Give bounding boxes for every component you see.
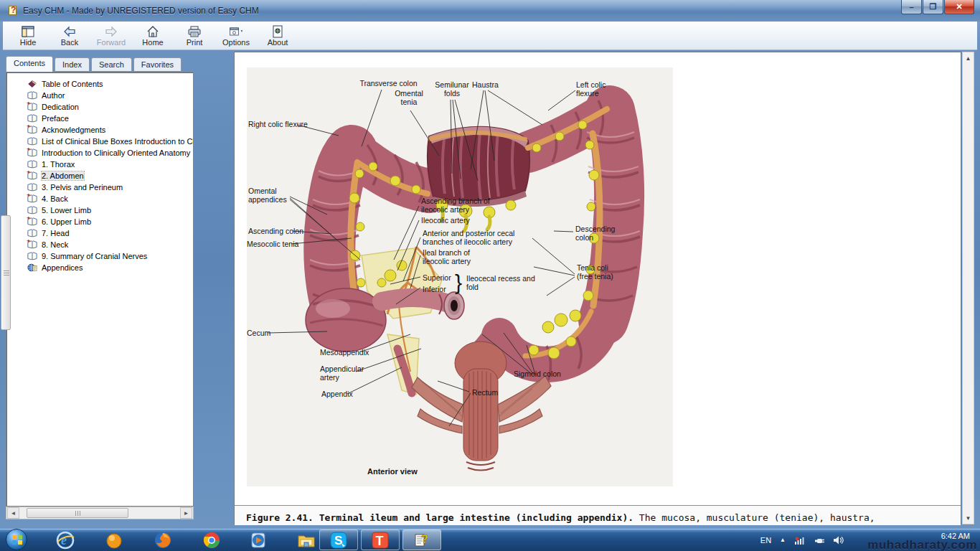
figure-label-appendix: Appendix	[321, 390, 353, 398]
tango-icon: T	[372, 532, 389, 549]
topic-content-pane: Transverse colon Omental tenia Semilunar…	[234, 52, 961, 524]
open-book-icon	[27, 205, 38, 215]
options-button[interactable]: Options	[218, 23, 254, 49]
figure-label-semilunar-folds: Semilunar folds	[432, 80, 472, 98]
chrome-icon[interactable]	[202, 531, 221, 550]
figure-label-rectum: Rectum	[472, 388, 498, 397]
tree-item-neck[interactable]: 8. Neck	[6, 239, 193, 250]
contents-tree-panel: Table of Contents Author Dedication Pref…	[6, 72, 194, 507]
scrollbar-thumb[interactable]	[1, 215, 11, 330]
firefox-icon[interactable]	[154, 531, 172, 550]
print-label: Print	[187, 38, 203, 47]
internet-explorer-icon[interactable]: e	[56, 531, 75, 550]
globe-doc-icon	[27, 263, 38, 273]
tab-search[interactable]: Search	[91, 57, 132, 71]
tree-item-back[interactable]: 4. Back	[6, 193, 193, 204]
svg-text:S: S	[334, 534, 342, 547]
forward-label: Forward	[97, 38, 126, 47]
tree-item-thorax[interactable]: 1. Thorax	[6, 159, 193, 170]
figure-label-superior: Superior	[423, 273, 451, 282]
start-button[interactable]	[6, 529, 27, 550]
figure-label-descending-colon: Descending colon	[575, 225, 626, 242]
tree-horizontal-scrollbar[interactable]: ◄ ►	[6, 507, 194, 519]
tree-item-label: Introduction to Clinically Oriented Anat…	[42, 149, 190, 157]
hide-button[interactable]: Hide	[10, 23, 46, 49]
svg-text:T: T	[376, 534, 384, 548]
figure-label-ileocolic-artery: Ileocolic artery	[421, 216, 470, 225]
figure-label-anterior-view: Anterior view	[367, 467, 418, 476]
watermark-text: muhadharaty.com	[867, 538, 977, 551]
tab-favorites[interactable]: Favorites	[133, 57, 182, 71]
tree-item-introduction[interactable]: Introduction to Clinically Oriented Anat…	[6, 147, 193, 159]
scroll-up-arrow[interactable]: ▲	[963, 52, 974, 64]
tab-index[interactable]: Index	[55, 57, 90, 71]
tree-item-label: 1. Thorax	[42, 160, 75, 169]
back-arrow-icon	[62, 25, 77, 38]
home-label: Home	[142, 38, 163, 47]
open-book-icon	[27, 159, 38, 169]
figure-label-inferior: Inferior	[423, 285, 446, 293]
skype-taskbar-button[interactable]: S	[319, 529, 358, 550]
forward-button[interactable]: Forward	[93, 23, 129, 49]
tree-item-label: Author	[42, 91, 65, 100]
chm-viewer-taskbar-button[interactable]: ?	[402, 529, 441, 550]
open-book-star-icon	[27, 148, 38, 158]
window-title: Easy CHM - Made by UNREGISTERED version …	[23, 6, 259, 16]
tree-item-lower-limb[interactable]: 5. Lower Limb	[6, 204, 193, 216]
language-indicator[interactable]: EN	[760, 536, 771, 545]
tree-item-label: Dedication	[42, 103, 79, 111]
open-book-star-icon	[27, 102, 38, 112]
orange-player-icon[interactable]	[105, 531, 123, 550]
open-book-star-icon	[27, 240, 38, 250]
content-vertical-scrollbar[interactable]: ▲ ▼	[962, 52, 974, 524]
show-hidden-icons-arrow[interactable]: ▲	[780, 537, 786, 543]
options-label: Options	[222, 38, 250, 47]
tree-item-upper-limb[interactable]: 6. Upper Limb	[6, 216, 193, 227]
home-button[interactable]: Home	[135, 23, 171, 49]
maximize-button[interactable]: ❐	[923, 0, 943, 14]
figure-label-omental-tenia: Omental tenia	[390, 89, 428, 107]
tree-item-cranial-nerves[interactable]: 9. Summary of Cranial Nerves	[6, 250, 193, 262]
tree-item-blue-boxes[interactable]: List of Clinical Blue Boxes Introduction…	[6, 136, 193, 147]
figure-label-omental-appendices: Omental appendices	[248, 187, 293, 204]
close-button[interactable]: ✕	[944, 0, 974, 14]
open-book-icon	[27, 182, 38, 192]
easy-chm-window: ? Easy CHM - Made by UNREGISTERED versio…	[0, 0, 980, 529]
tree-item-pelvis[interactable]: 3. Pelvis and Perineum	[6, 182, 193, 193]
file-explorer-icon[interactable]	[297, 531, 316, 550]
tree-item-appendices[interactable]: Appendices	[6, 262, 193, 273]
open-book-star-icon	[27, 194, 38, 204]
forward-arrow-icon	[104, 25, 118, 38]
speaker-icon[interactable]	[833, 535, 844, 545]
tree-item-label: 4. Back	[42, 194, 68, 203]
figure-caption: Figure 2.41. Terminal ileum and large in…	[235, 505, 961, 525]
open-book-icon	[27, 251, 38, 261]
tree-item-preface[interactable]: Preface	[6, 113, 193, 124]
figure-label-cecal-branches: Anterior and posterior cecal branches of…	[423, 229, 536, 247]
scroll-down-arrow[interactable]: ▼	[963, 512, 974, 524]
tree-item-dedication[interactable]: Dedication	[6, 101, 193, 113]
network-icon[interactable]	[794, 535, 806, 545]
tree-item-author[interactable]: Author	[6, 90, 193, 101]
tree-item-table-of-contents[interactable]: Table of Contents	[6, 78, 193, 90]
back-button[interactable]: Back	[52, 23, 88, 49]
scroll-right-arrow[interactable]: ►	[180, 507, 192, 519]
scroll-left-arrow[interactable]: ◄	[7, 507, 19, 519]
windows-media-player-icon[interactable]	[250, 531, 268, 550]
power-plug-icon[interactable]	[814, 535, 824, 545]
figure-label-haustra: Haustra	[472, 80, 499, 89]
tree-item-acknowledgments[interactable]: Acknowledgments	[6, 124, 193, 136]
scrollbar-thumb[interactable]	[27, 508, 128, 518]
open-book-icon	[27, 136, 38, 146]
tab-contents[interactable]: Contents	[6, 56, 53, 72]
tango-taskbar-button[interactable]: T	[361, 529, 400, 550]
minimize-button[interactable]: –	[901, 0, 922, 14]
easy-chm-app-icon: ?	[7, 5, 19, 17]
tree-item-label: Table of Contents	[42, 80, 103, 88]
svg-text:e: e	[61, 533, 67, 547]
figure-label-brace: }	[455, 270, 462, 295]
tree-item-abdomen[interactable]: 2. Abdomen	[6, 170, 193, 182]
tree-item-head[interactable]: 7. Head	[6, 227, 193, 239]
print-button[interactable]: Print	[176, 23, 212, 49]
about-button[interactable]: About	[260, 23, 296, 49]
